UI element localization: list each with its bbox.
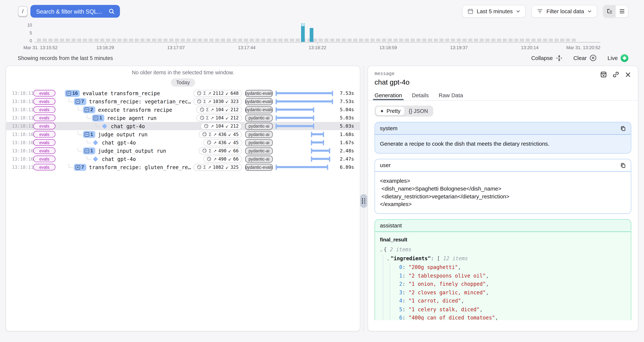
json-ingredients-line[interactable]: ⌄"ingredients": [ 12 items (387, 254, 626, 263)
output-tokens: 45 (233, 140, 238, 145)
assistant-role-label: assistant (380, 222, 402, 229)
input-tokens-arrow-icon: ↗ (208, 165, 211, 169)
token-usage-pill: Σ↗104↙212 (196, 106, 242, 113)
input-tokens: 490 (218, 148, 226, 154)
close-icon[interactable] (624, 71, 631, 78)
tab-generation[interactable]: Generation (374, 92, 402, 100)
trace-row[interactable]: 13:18:11evals+7transform_recipe: gluten_… (6, 163, 360, 171)
trace-row[interactable]: 13:18:11evals−16evaluate transform_recip… (6, 89, 360, 97)
evals-badge[interactable]: evals (33, 131, 56, 138)
live-toggle[interactable]: Live (608, 54, 628, 62)
input-tokens: 104 (216, 123, 224, 129)
collapse-node-button[interactable]: −1 (92, 114, 104, 121)
input-tokens: 436 (218, 140, 226, 145)
filter-local-data-select[interactable]: Filter local data (532, 5, 597, 18)
output-tokens-arrow-icon: ↙ (225, 99, 229, 104)
duration-label: 2.47s (336, 156, 354, 162)
time-range-select[interactable]: Last 5 minutes (462, 5, 526, 18)
tree-view-toggle[interactable] (604, 6, 616, 17)
tokens-icon (197, 91, 202, 96)
input-tokens-arrow-icon: ↗ (213, 148, 216, 153)
collapse-button[interactable]: Collapse (531, 54, 563, 61)
expand-node-button[interactable]: +7 (74, 164, 86, 170)
collapse-node-button[interactable]: −7 (74, 98, 86, 105)
collapse-node-button[interactable]: −1 (83, 131, 95, 138)
user-role-label: user (380, 162, 391, 168)
json-tree: ⌄{ 2 items ⌄"ingredients": [ 12 items 0:… (380, 246, 626, 320)
pretty-toggle[interactable]: ✦Pretty (376, 107, 404, 115)
chart-bar[interactable] (310, 28, 313, 42)
evals-badge[interactable]: evals (33, 123, 56, 129)
duration-label: 6.89s (336, 164, 354, 170)
chart-x-tick (459, 43, 459, 45)
evals-badge[interactable]: evals (33, 114, 56, 121)
trace-row-metrics: Σ↗104↙212pydantic-ai5.03s (196, 114, 354, 121)
item-index: 0 (399, 264, 402, 270)
evals-badge[interactable]: evals (33, 90, 56, 96)
json-root-line[interactable]: ⌄{ 2 items (380, 246, 626, 254)
output-tokens-arrow-icon: ↙ (225, 116, 229, 120)
trace-row-metrics: Σ↗2112↙648pydantic-evals7.53s (194, 90, 354, 97)
trace-row-time: 13:18:11 (12, 115, 33, 120)
trace-row[interactable]: 13:18:11evalschat gpt-4o↗104↙212pydantic… (6, 122, 360, 130)
duration-bar-track (276, 114, 332, 121)
duration-bar-track (276, 164, 332, 170)
evals-badge[interactable]: evals (33, 147, 56, 154)
token-usage-pill: Σ↗104↙212 (196, 114, 242, 121)
trace-row[interactable]: 13:18:11evals−7transform_recipe: vegetar… (6, 97, 360, 106)
evals-badge[interactable]: evals (33, 139, 56, 146)
collapse-node-button[interactable]: −16 (65, 90, 80, 97)
collapse-node-button[interactable]: −2 (83, 106, 95, 113)
clear-icon (590, 54, 597, 62)
copy-link-icon[interactable] (612, 71, 619, 78)
child-count: 1 (90, 148, 93, 154)
evals-badge[interactable]: evals (33, 98, 56, 105)
tree-view-icon (606, 8, 612, 14)
tab-details[interactable]: Details (412, 92, 429, 100)
item-index: 1 (399, 272, 402, 278)
chart-bar[interactable] (301, 26, 305, 42)
trace-row-tree: chat gpt-4o (58, 139, 203, 146)
evals-badge[interactable]: evals (33, 106, 56, 113)
child-count: 1 (90, 131, 93, 137)
slash-shortcut-key: / (18, 6, 28, 16)
trace-row[interactable]: 13:18:16evalschat gpt-4o↗436↙45pydantic-… (6, 138, 360, 146)
chart-y-tick-label: 5 (22, 30, 32, 35)
collapse-node-button[interactable]: −1 (83, 147, 95, 154)
chart-x-tick (388, 43, 388, 45)
tokens-icon (207, 140, 212, 145)
trace-row-tree: −7transform_recipe: vegetarian_recipe (58, 98, 194, 105)
token-usage-pill: ↗104↙212 (201, 122, 242, 130)
duration-label: 7.53s (336, 98, 354, 104)
evals-badge[interactable]: evals (33, 156, 56, 162)
list-view-toggle[interactable] (616, 6, 628, 17)
open-in-drawer-icon[interactable] (600, 71, 607, 78)
evals-badge[interactable]: evals (33, 164, 56, 170)
chart-x-tick-label: 13:19:37 (450, 45, 468, 50)
trace-row[interactable]: 13:18:16evals−1judge_output runΣ↗436↙45p… (6, 130, 360, 138)
today-pill[interactable]: Today (171, 78, 195, 86)
trace-row[interactable]: 13:18:11evals−1recipe_agent runΣ↗104↙212… (6, 114, 360, 122)
copy-icon[interactable] (620, 162, 626, 168)
search-button[interactable]: Search & filter with SQL... (30, 5, 120, 18)
sigma-icon: Σ (209, 148, 212, 153)
json-toggle[interactable]: {} JSON (404, 107, 432, 115)
minus-square-icon: − (84, 107, 89, 112)
clear-button[interactable]: Clear (574, 54, 597, 62)
leaf-diamond-icon (93, 140, 98, 145)
render-mode-segment: ✦Pretty {} JSON (374, 106, 433, 116)
list-view-icon (619, 8, 625, 14)
trace-row-metrics: ↗104↙212pydantic-ai5.03s (201, 122, 354, 130)
duration-bar-track (276, 122, 332, 130)
trace-row[interactable]: 13:18:16evalschat gpt-4o↗490↙66pydantic-… (6, 155, 360, 163)
chart-plot-area[interactable]: Mar 31. 13:15:5213:16:2913:17:0713:17:44… (34, 23, 600, 43)
filter-local-data-value: Filter local data (546, 8, 584, 14)
tab-raw-data[interactable]: Raw Data (439, 92, 463, 100)
copy-icon[interactable] (620, 125, 626, 131)
scope-tag: pydantic-evals (245, 90, 273, 97)
trace-row[interactable]: 13:18:16evals−1judge_input_output runΣ↗4… (6, 146, 360, 155)
timeline-chart[interactable]: 1050 Mar 31. 13:15:5213:16:2913:17:0713:… (0, 22, 644, 51)
panel-resize-handle[interactable] (360, 194, 367, 208)
trace-row[interactable]: 13:18:11evals−2execute transform_recipeΣ… (6, 106, 360, 114)
tree-connector (78, 131, 82, 135)
